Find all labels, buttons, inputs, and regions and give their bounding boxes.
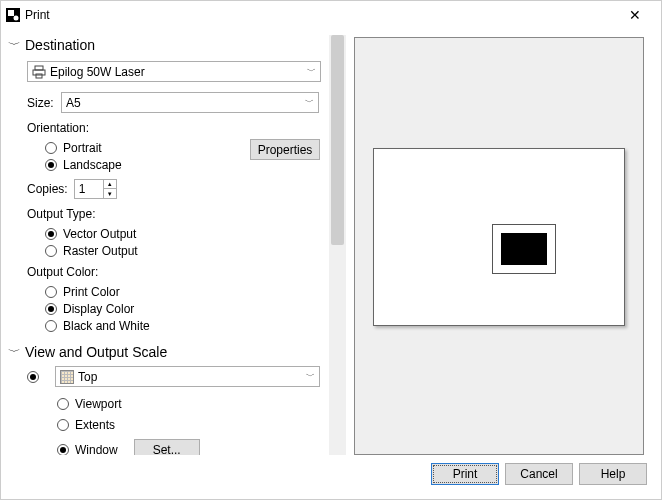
radio-portrait-label: Portrait (63, 141, 102, 155)
orientation-label: Orientation: (27, 121, 320, 135)
radio-vector-output[interactable] (45, 228, 57, 240)
chevron-down-icon: ﹀ (307, 65, 316, 78)
app-icon (5, 7, 21, 23)
output-type-label: Output Type: (27, 207, 320, 221)
radio-landscape-label: Landscape (63, 158, 122, 172)
dialog-footer: Print Cancel Help (1, 455, 661, 493)
svg-point-2 (14, 16, 19, 21)
radio-landscape[interactable] (45, 159, 57, 171)
radio-window[interactable] (57, 444, 69, 456)
window-title: Print (25, 8, 50, 22)
preview-object-frame (492, 224, 556, 274)
printer-icon (32, 65, 46, 79)
preview-page (373, 148, 625, 326)
radio-black-white[interactable] (45, 320, 57, 332)
svg-rect-3 (35, 66, 43, 70)
section-view-scale-title: View and Output Scale (25, 344, 167, 360)
print-button[interactable]: Print (431, 463, 499, 485)
radio-raster-output[interactable] (45, 245, 57, 257)
view-dropdown[interactable]: Top ﹀ (55, 366, 320, 387)
chevron-down-icon: ﹀ (8, 39, 21, 50)
cancel-button[interactable]: Cancel (505, 463, 573, 485)
size-label: Size: (27, 96, 61, 110)
scrollbar-thumb[interactable] (331, 35, 344, 245)
copies-input[interactable] (74, 179, 104, 199)
preview-panel (346, 29, 661, 455)
properties-button[interactable]: Properties (250, 139, 320, 160)
radio-display-color[interactable] (45, 303, 57, 315)
help-button[interactable]: Help (579, 463, 647, 485)
size-dropdown[interactable]: A5 ﹀ (61, 92, 319, 113)
radio-viewport[interactable] (57, 398, 69, 410)
section-view-scale-header[interactable]: ﹀ View and Output Scale (9, 344, 346, 360)
preview-background (354, 37, 644, 455)
options-panel: ﹀ Destination Epilog 50W Laser ﹀ Size: A… (1, 29, 346, 455)
section-destination-header[interactable]: ﹀ Destination (9, 37, 346, 53)
radio-view-primary[interactable] (27, 371, 39, 383)
close-icon[interactable]: ✕ (615, 7, 655, 23)
chevron-down-icon: ﹀ (306, 370, 315, 383)
chevron-down-icon: ﹀ (305, 96, 314, 109)
options-scrollbar[interactable] (329, 35, 346, 455)
printer-dropdown[interactable]: Epilog 50W Laser ﹀ (27, 61, 321, 82)
set-button[interactable]: Set... (134, 439, 200, 455)
output-color-label: Output Color: (27, 265, 320, 279)
spin-up-icon[interactable]: ▲ (104, 180, 116, 189)
preview-object (501, 233, 547, 265)
spin-down-icon[interactable]: ▼ (104, 189, 116, 198)
copies-label: Copies: (27, 182, 68, 196)
radio-portrait[interactable] (45, 142, 57, 154)
title-bar: Print ✕ (1, 1, 661, 29)
grid-top-icon (60, 370, 74, 384)
radio-extents[interactable] (57, 419, 69, 431)
copies-stepper[interactable]: ▲ ▼ (74, 179, 117, 199)
radio-print-color[interactable] (45, 286, 57, 298)
section-destination-title: Destination (25, 37, 95, 53)
svg-rect-1 (8, 10, 14, 16)
chevron-down-icon: ﹀ (8, 346, 21, 357)
